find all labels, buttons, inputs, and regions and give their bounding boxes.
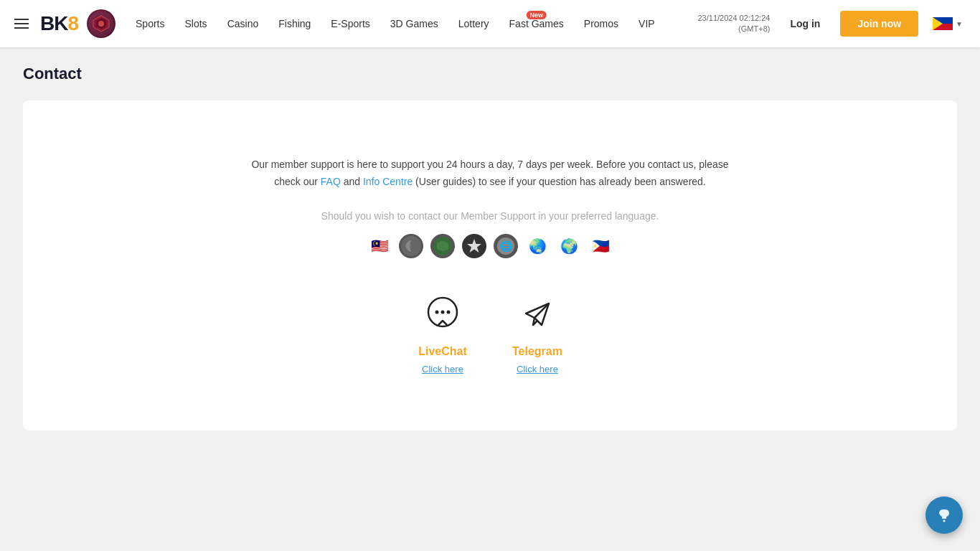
main-content: Contact Our member support is here to su… (0, 47, 980, 448)
floating-support-icon (934, 505, 954, 525)
livechat-label: LiveChat (418, 345, 467, 358)
nav-lottery[interactable]: Lottery (450, 12, 498, 35)
flag-cambodia[interactable]: 🌐 (493, 233, 519, 259)
faq-link[interactable]: FAQ (321, 176, 341, 187)
svg-point-22 (943, 520, 946, 522)
svg-point-19 (441, 311, 445, 314)
login-button[interactable]: Log in (778, 12, 831, 35)
livechat-click[interactable]: Click here (422, 364, 463, 375)
page-title: Contact (23, 65, 957, 83)
floating-support-button[interactable] (925, 496, 963, 534)
main-nav: Sports Slots Casino Fishing E-Sports 3D … (127, 12, 697, 35)
svg-point-2 (98, 21, 104, 27)
nav-promos[interactable]: Promos (575, 12, 627, 35)
support-description: Our member support is here to support yo… (239, 156, 741, 191)
livechat-icon (423, 293, 463, 334)
nav-fast-games[interactable]: New Fast Games (501, 12, 573, 35)
nav-slots[interactable]: Slots (176, 12, 216, 35)
flag-philippines[interactable]: 🇵🇭 (588, 233, 613, 259)
join-button[interactable]: Join now (840, 11, 918, 37)
header-right: 23/11/2024 02:12:24 (GMT+8) Log in Join … (697, 11, 969, 37)
telegram-click[interactable]: Click here (517, 364, 558, 375)
nav-esports[interactable]: E-Sports (322, 12, 378, 35)
nav-vip[interactable]: VIP (630, 12, 664, 35)
telegram-option[interactable]: Telegram Click here (512, 288, 563, 375)
partner-logo[interactable] (87, 9, 116, 38)
bk8-logo[interactable]: BK8 (40, 12, 78, 35)
nav-fishing[interactable]: Fishing (270, 12, 319, 35)
info-centre-link[interactable]: Info Centre (363, 176, 413, 187)
telegram-icon-wrap (512, 288, 563, 339)
telegram-label: Telegram (512, 345, 562, 358)
flag-usa[interactable] (430, 233, 456, 259)
partner-logo-inner (88, 11, 114, 37)
language-preference-text: Should you wish to contact our Member Su… (321, 210, 659, 222)
flag-world2[interactable]: 🌍 (556, 233, 582, 259)
nav-sports[interactable]: Sports (127, 12, 173, 35)
new-badge: New (526, 11, 547, 19)
datetime-display: 23/11/2024 02:12:24 (GMT+8) (697, 13, 770, 35)
flag-star[interactable] (461, 233, 487, 259)
livechat-icon-wrap (417, 288, 468, 339)
header-left: BK8 (11, 9, 116, 38)
ph-flag-icon (933, 17, 953, 30)
flag-malaysia[interactable]: 🇲🇾 (367, 233, 392, 259)
livechat-option[interactable]: LiveChat Click here (417, 288, 468, 375)
language-selector[interactable]: ▼ (927, 14, 969, 33)
contact-options: LiveChat Click here Telegram Click here (417, 288, 563, 375)
nav-casino[interactable]: Casino (219, 12, 268, 35)
language-flags-row: 🇲🇾 🌐 🌏 🌍 🇵🇭 (367, 233, 613, 259)
hamburger-menu[interactable] (11, 16, 32, 32)
flag-world1[interactable]: 🌏 (524, 233, 550, 259)
flag-bangladesh[interactable] (398, 233, 424, 259)
lang-chevron-icon: ▼ (956, 20, 963, 28)
svg-point-9 (401, 236, 421, 256)
svg-point-18 (435, 311, 439, 314)
svg-point-20 (447, 311, 451, 314)
svg-text:🌐: 🌐 (500, 240, 513, 253)
telegram-icon (517, 293, 557, 334)
contact-card: Our member support is here to support yo… (23, 100, 957, 430)
nav-3d-games[interactable]: 3D Games (382, 12, 447, 35)
header: BK8 Sports Slots Casino Fishing E-Sports… (0, 0, 980, 47)
